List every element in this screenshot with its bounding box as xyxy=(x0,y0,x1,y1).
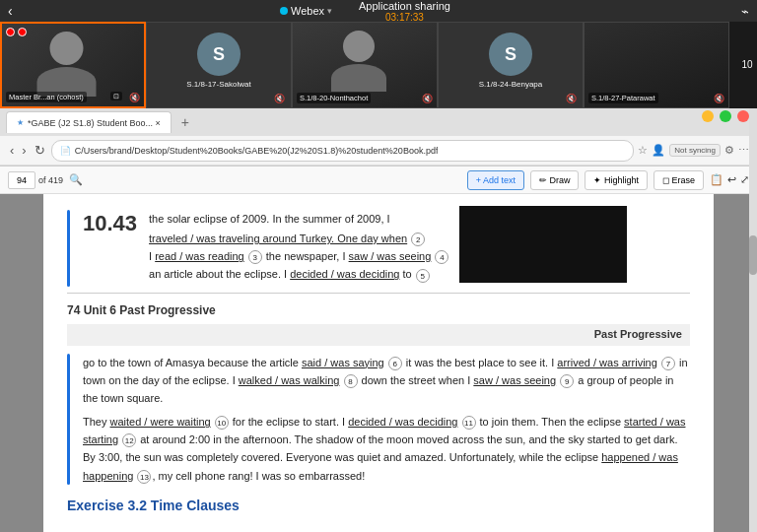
extra-count: 10 xyxy=(729,59,757,70)
maximize-button[interactable] xyxy=(720,110,731,122)
sakolwat-avatar: S xyxy=(197,33,241,76)
address-bar-row: ‹ › ↻ 📄 C/Users/brand/Desktop/Student%20… xyxy=(0,136,757,166)
num-5: 5 xyxy=(416,269,430,283)
section-top: 10.43 the solar eclipse of 2009. In the … xyxy=(67,210,690,287)
webex-dot xyxy=(280,7,288,15)
verb-happened: happened / was happening xyxy=(83,451,678,481)
close-button[interactable] xyxy=(737,110,749,122)
section-number: 10.43 xyxy=(83,206,137,240)
app-title: Application sharing xyxy=(359,0,450,12)
patarawat-mic-icon: 🔇 xyxy=(714,94,724,103)
blue-sidebar-line xyxy=(67,210,70,287)
scrollbar[interactable] xyxy=(749,194,757,532)
host-name: Master Br...an (cohost) xyxy=(6,92,87,102)
section2-content: go to the town of Amasya because the art… xyxy=(67,354,690,485)
verb-waited: waited / were waiting xyxy=(110,416,211,428)
page-number-input[interactable] xyxy=(8,171,35,189)
tab-favicon: ★ xyxy=(17,118,24,127)
pdf-tool-icon-1[interactable]: 📋 xyxy=(710,173,723,186)
verb-arrived: arrived / was arriving xyxy=(557,357,656,368)
webex-logo: Webex ▾ xyxy=(280,5,332,17)
nonthachot-mic-icon: 🔇 xyxy=(422,94,433,103)
participant-patarawat[interactable]: S.1/8-27-Patarawat 🔇 xyxy=(584,22,729,108)
top-bar: ‹ Webex ▾ Application sharing 03:17:33 ⌁ xyxy=(0,0,757,22)
not-syncing-badge[interactable]: Not syncing xyxy=(669,144,721,157)
host-mic-icon: 🔇 xyxy=(129,93,140,102)
page-of: of 419 xyxy=(38,175,63,185)
verb-said: said / was saying xyxy=(302,357,384,368)
webex-dropdown[interactable]: ▾ xyxy=(327,6,332,16)
highlight-button[interactable]: ✦ Highlight xyxy=(585,170,648,190)
num-4: 4 xyxy=(435,250,448,264)
participant-strip: Master Br...an (cohost) 🔇 ⊡ S S.1/8-17-S… xyxy=(0,22,757,108)
extensions-icon[interactable]: ⚙ xyxy=(724,144,734,157)
participant-extra[interactable]: 10 xyxy=(729,22,757,108)
verb-saw: saw / was seeing xyxy=(473,374,556,386)
line3-verb: decided / was deciding xyxy=(290,268,399,280)
paragraph3: They waited / were waiting 10 for the ec… xyxy=(83,413,690,485)
sakolwat-mic-icon: 🔇 xyxy=(274,94,285,103)
webex-label: Webex xyxy=(291,5,324,17)
participant-benyapa[interactable]: S S.1/8-24-Benyapa 🔇 xyxy=(438,22,584,108)
nonthachot-face xyxy=(343,31,386,92)
eclipse-image xyxy=(459,206,627,283)
line2: I read / was reading 3 the newspaper, I … xyxy=(149,247,449,265)
recording-dot-1 xyxy=(6,28,15,36)
divider xyxy=(67,293,690,294)
participant-nonthachot[interactable]: S.1/8-20-Nonthachot 🔇 xyxy=(292,22,438,108)
tab-bar: ★ *GABE (J2 S1.8) Student Boo... × + xyxy=(0,108,757,136)
tab-title: *GABE (J2 S1.8) Student Boo... × xyxy=(28,118,161,128)
section-header: 10.43 the solar eclipse of 2009. In the … xyxy=(83,210,690,287)
pdf-page: 10.43 the solar eclipse of 2009. In the … xyxy=(43,194,714,532)
extra-pdf-tools: 📋 ↩ ⤢ xyxy=(710,173,749,186)
participant-sakolwat[interactable]: S S.1/8-17-Sakolwat 🔇 xyxy=(146,22,292,108)
line1-verb: traveled / was traveling around Turkey. … xyxy=(149,233,407,244)
add-text-button[interactable]: + Add text xyxy=(467,170,524,190)
verb-decided: decided / was deciding xyxy=(348,416,457,428)
blue-line-2 xyxy=(67,354,70,485)
section-content: 10.43 the solar eclipse of 2009. In the … xyxy=(67,210,690,287)
bluetooth-icon: ⌁ xyxy=(741,4,749,19)
scrollbar-thumb[interactable] xyxy=(749,235,757,275)
address-bar[interactable]: 📄 C/Users/brand/Desktop/Student%20Books/… xyxy=(51,140,635,162)
erase-button[interactable]: ◻ Erase xyxy=(654,170,704,190)
call-timer: 03:17:33 xyxy=(359,12,450,23)
reload-button[interactable]: ↻ xyxy=(33,143,47,158)
browser-tab[interactable]: ★ *GABE (J2 S1.8) Student Boo... × xyxy=(6,111,172,133)
patarawat-name: S.1/8-27-Patarawat xyxy=(588,93,658,103)
browser-chrome: ★ *GABE (J2 S1.8) Student Boo... × + ‹ ›… xyxy=(0,108,757,166)
address-text: C/Users/brand/Desktop/Student%20Books/GA… xyxy=(75,146,439,156)
recording-dot-2 xyxy=(18,28,27,36)
num-3: 3 xyxy=(248,250,262,264)
pdf-toolbar: of 419 🔍 + Add text ✏ Draw ✦ Highlight ◻… xyxy=(0,166,757,194)
past-progressive-title: Past Progressive xyxy=(67,324,690,346)
line1: traveled / was traveling around Turkey. … xyxy=(149,230,449,247)
pdf-tool-icon-2[interactable]: ↩ xyxy=(727,173,736,186)
pdf-expand-icon[interactable]: ⤢ xyxy=(740,173,749,186)
back-button[interactable]: ‹ xyxy=(8,3,13,19)
draw-button[interactable]: ✏ Draw xyxy=(530,170,580,190)
new-tab-button[interactable]: + xyxy=(175,112,195,132)
line2-verb2: saw / was seeing xyxy=(349,250,432,262)
benyapa-avatar: S xyxy=(489,33,532,76)
sakolwat-name: S.1/8-17-Sakolwat xyxy=(147,80,291,89)
unit-label: 74 Unit 6 Past Progressive xyxy=(67,301,690,320)
line2-verb1: read / was reading xyxy=(155,250,244,262)
verb-walked: walked / was walking xyxy=(239,374,340,386)
para2-block: go to the town of Amasya because the art… xyxy=(67,354,690,485)
num-2: 2 xyxy=(411,233,425,246)
nonthachot-name: S.1/8-20-Nonthachot xyxy=(297,93,371,103)
pdf-area: ★ *GABE (J2 S1.8) Student Boo... × + ‹ ›… xyxy=(0,108,757,532)
more-icon[interactable]: ⋯ xyxy=(738,144,749,157)
window-controls xyxy=(702,110,749,122)
star-icon[interactable]: ☆ xyxy=(638,144,648,157)
profile-icon[interactable]: 👤 xyxy=(652,144,665,157)
address-icons: ☆ 👤 Not syncing ⚙ ⋯ xyxy=(638,144,749,157)
exercise-title: Exercise 3.2 Time Clauses xyxy=(67,495,690,516)
forward-nav-button[interactable]: › xyxy=(20,143,28,158)
back-nav-button[interactable]: ‹ xyxy=(8,143,16,158)
minimize-button[interactable] xyxy=(702,110,714,122)
participant-host[interactable]: Master Br...an (cohost) 🔇 ⊡ xyxy=(0,22,146,108)
line3: an article about the eclipse. I decided … xyxy=(149,265,449,283)
search-icon[interactable]: 🔍 xyxy=(69,173,83,186)
